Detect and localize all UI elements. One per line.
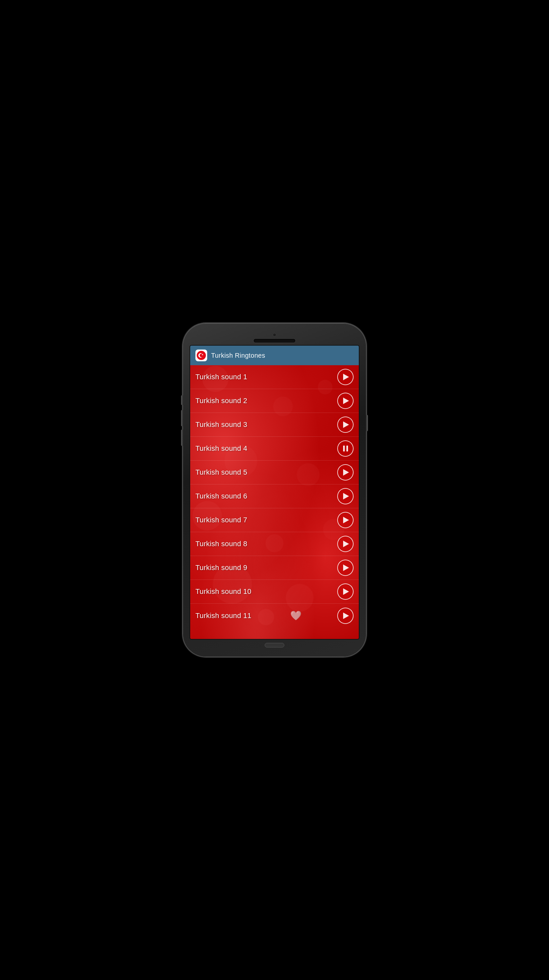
- play-icon: [343, 469, 349, 476]
- play-button-2[interactable]: [337, 393, 353, 409]
- song-name-5: Turkish sound 5: [196, 468, 247, 477]
- song-list: Turkish sound 1Turkish sound 2Turkish so…: [190, 365, 359, 627]
- play-icon: [343, 612, 349, 619]
- song-item-2[interactable]: Turkish sound 2: [190, 389, 359, 413]
- play-button-1[interactable]: [337, 369, 353, 385]
- play-icon: [343, 565, 349, 571]
- song-item-11[interactable]: Turkish sound 11🤍: [190, 604, 359, 627]
- play-button-9[interactable]: [337, 560, 353, 576]
- play-icon: [343, 493, 349, 500]
- play-button-5[interactable]: [337, 464, 353, 480]
- heart-decoration: 🤍: [290, 610, 302, 621]
- speaker-grille: [253, 339, 296, 343]
- play-button-7[interactable]: [337, 512, 353, 528]
- song-name-2: Turkish sound 2: [196, 396, 247, 405]
- play-icon: [343, 588, 349, 595]
- song-name-11: Turkish sound 11: [196, 611, 251, 620]
- play-button-6[interactable]: [337, 488, 353, 504]
- svg-point-2: [200, 354, 203, 357]
- song-name-1: Turkish sound 1: [196, 373, 247, 381]
- song-item-7[interactable]: Turkish sound 7: [190, 508, 359, 532]
- phone-device: Turkish Ringtones Turkish sound 1Turkish…: [183, 323, 366, 657]
- play-button-8[interactable]: [337, 536, 353, 552]
- song-item-10[interactable]: Turkish sound 10: [190, 580, 359, 604]
- song-name-7: Turkish sound 7: [196, 516, 247, 524]
- song-item-4[interactable]: Turkish sound 4: [190, 437, 359, 461]
- app-header: Turkish Ringtones: [190, 345, 359, 365]
- volume-down-button: [181, 410, 183, 426]
- app-title: Turkish Ringtones: [211, 352, 265, 360]
- home-button[interactable]: [265, 643, 284, 648]
- song-item-3[interactable]: Turkish sound 3: [190, 413, 359, 437]
- front-camera: [273, 333, 276, 336]
- song-name-8: Turkish sound 8: [196, 540, 247, 548]
- power-button: [366, 415, 368, 431]
- song-item-6[interactable]: Turkish sound 6: [190, 484, 359, 508]
- mute-button: [181, 430, 183, 446]
- phone-bottom-bar: [189, 640, 360, 650]
- song-name-6: Turkish sound 6: [196, 492, 247, 500]
- songs-container: Turkish sound 1Turkish sound 2Turkish so…: [190, 365, 359, 639]
- play-icon: [343, 517, 349, 523]
- app-icon: [196, 350, 207, 361]
- play-icon: [343, 398, 349, 404]
- song-name-3: Turkish sound 3: [196, 420, 247, 429]
- play-button-10[interactable]: [337, 584, 353, 600]
- play-icon: [343, 541, 349, 547]
- song-name-4: Turkish sound 4: [196, 444, 247, 453]
- volume-up-button: [181, 395, 183, 405]
- play-button-11[interactable]: [337, 608, 353, 624]
- song-name-10: Turkish sound 10: [196, 587, 251, 596]
- song-item-5[interactable]: Turkish sound 5: [190, 461, 359, 484]
- phone-screen: Turkish Ringtones Turkish sound 1Turkish…: [189, 345, 360, 640]
- song-item-9[interactable]: Turkish sound 9: [190, 556, 359, 580]
- song-item-8[interactable]: Turkish sound 8: [190, 532, 359, 556]
- play-icon: [343, 422, 349, 428]
- play-icon: [343, 374, 349, 380]
- song-item-1[interactable]: Turkish sound 1: [190, 365, 359, 389]
- screen-content: Turkish Ringtones Turkish sound 1Turkish…: [190, 345, 359, 639]
- phone-top-bar: [189, 330, 360, 345]
- play-button-3[interactable]: [337, 417, 353, 433]
- song-name-9: Turkish sound 9: [196, 563, 247, 572]
- pause-icon: [343, 445, 348, 452]
- pause-button-4[interactable]: [337, 440, 353, 457]
